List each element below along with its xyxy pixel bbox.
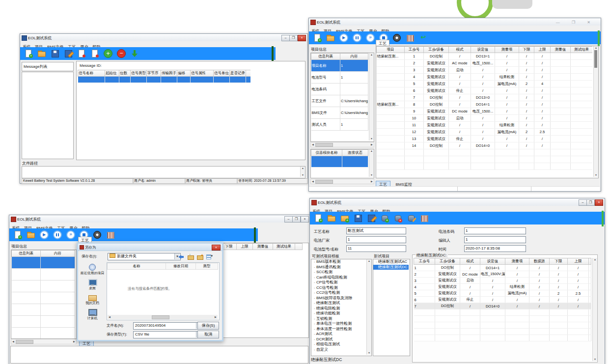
template-item[interactable]: 单体电压一致性检测 <box>311 321 371 327</box>
table-row[interactable]: 6安规测试仪停止//// <box>377 87 593 94</box>
restore-button[interactable]: ❐ <box>292 216 301 223</box>
info-table[interactable]: 信息列表内容项目名称1电池型号1电池条码工艺文件C:\Users\lichang… <box>311 53 368 131</box>
column-header[interactable]: 信号类型 <box>131 70 147 77</box>
undo-icon[interactable] <box>419 33 428 42</box>
column-header[interactable]: 下限 <box>222 244 237 250</box>
template-item[interactable]: CP信号检测 <box>311 280 371 285</box>
module-table[interactable]: 仪器模块名称连接状态 <box>311 149 368 168</box>
column-header[interactable]: 工步/设备 <box>435 258 460 265</box>
open-folder-icon[interactable] <box>37 49 46 58</box>
table-row[interactable]: 3安规测试仪启动///// <box>414 278 591 284</box>
column-header[interactable]: 传输因子 <box>161 70 177 77</box>
template-item[interactable]: BMS故障读取及清除 <box>311 296 371 301</box>
restore-button[interactable]: ❐ <box>289 35 298 41</box>
pause-icon[interactable] <box>353 33 361 42</box>
table-row[interactable]: 测试人员1 <box>311 119 368 131</box>
file-path-textarea[interactable]: ▲▼ <box>22 166 305 178</box>
template-list[interactable]: BMS版本检测BMS通讯检测SCC检测Can终端电阻检测CP信号检测CC信号检测… <box>311 259 372 356</box>
message-list-box[interactable] <box>22 72 74 159</box>
table-row[interactable]: 3安规测试仪启动//// <box>377 67 593 74</box>
column-header[interactable]: 工步号 <box>405 47 424 53</box>
table-row[interactable]: 10安规测试仪启动//// <box>377 115 593 122</box>
table-row[interactable]: 电池型号1 <box>311 72 368 84</box>
horizontal-scrollbar[interactable]: ◀▶ <box>11 339 77 344</box>
table-row[interactable]: 11安规测试仪//结果检测// <box>377 122 593 129</box>
template-item[interactable]: 自定义 <box>311 347 371 353</box>
template-item[interactable]: CC信号检测 <box>311 285 371 291</box>
close-button[interactable]: × <box>595 199 603 206</box>
column-header[interactable]: 信号名称 <box>78 70 105 77</box>
battery-vendor-input[interactable]: 1 <box>346 236 406 243</box>
maximize-button[interactable]: ❐ <box>586 199 595 206</box>
new-project-list[interactable]: 绝缘耐压测试AC绝缘耐压测试DC <box>373 259 410 356</box>
column-header[interactable]: 测试结果 <box>273 244 295 250</box>
folder-add-icon[interactable] <box>340 214 349 223</box>
info-table[interactable]: 信息列表内容 <box>11 250 75 339</box>
editor-input[interactable]: 1 <box>464 236 526 243</box>
filename-input[interactable]: 20200730149504 <box>133 322 202 330</box>
column-header[interactable]: 工步号 <box>414 258 435 265</box>
table-row[interactable]: 4安规测试仪//结果检测// <box>377 74 593 81</box>
vertical-scrollbar[interactable]: ▲▼ <box>366 259 371 355</box>
column-header[interactable]: 项目 <box>377 47 405 53</box>
minimize-button[interactable]: – <box>579 199 587 206</box>
place-desktop[interactable]: 桌面 <box>80 279 105 290</box>
table-row[interactable]: BMS文件C:\Users\lichangjiang\Desktop\ <box>311 107 368 119</box>
fast-forward-icon[interactable] <box>66 230 75 239</box>
table-row[interactable] <box>414 322 591 329</box>
log-textarea[interactable] <box>10 346 308 364</box>
table-row[interactable]: 2安规测试仪DC mode电压_1500V;漏...//// <box>414 271 591 278</box>
column-header[interactable]: 设定值 <box>471 47 495 53</box>
column-header[interactable]: 下限 <box>519 47 534 53</box>
table-row[interactable]: 5安规测试仪//漏电流(mA)24 <box>377 81 593 87</box>
table-row[interactable] <box>12 328 75 339</box>
column-header[interactable]: 信号单位 <box>214 70 230 77</box>
table-row[interactable]: 2安规测试仪AC mode电压_1500.../// <box>377 60 593 67</box>
up-folder-icon[interactable] <box>187 253 194 260</box>
filetype-combobox[interactable]: CSV file <box>133 331 202 338</box>
new-file-icon[interactable] <box>314 214 323 223</box>
table-row[interactable] <box>377 163 593 170</box>
column-header[interactable]: 信号属性 <box>191 70 214 77</box>
table-row[interactable] <box>311 156 368 168</box>
horizontal-scrollbar[interactable]: ◀▶ <box>108 315 218 319</box>
pause-icon[interactable] <box>53 230 62 239</box>
column-header[interactable]: 类型 <box>196 263 218 270</box>
table-row[interactable]: 6安规测试仪停止///// <box>414 297 591 303</box>
table-row[interactable]: 4安规测试仪//结果检测/// <box>414 284 591 290</box>
column-header[interactable]: 工步/设备 <box>424 47 449 53</box>
template-item[interactable]: 绝缘功能检测 <box>311 311 371 316</box>
battery-barcode-input[interactable]: 1 <box>464 227 526 234</box>
table-row[interactable]: 绝缘耐压测...1DO控制/DO13=1/// <box>377 53 593 60</box>
table-row[interactable] <box>377 149 593 156</box>
template-item[interactable]: 模组电压测试 <box>311 342 371 347</box>
template-item[interactable]: CC2信号检测 <box>311 290 371 296</box>
column-header[interactable]: 上限 <box>534 47 551 53</box>
vertical-scrollbar[interactable]: ▲▼ <box>593 46 598 177</box>
close-button[interactable]: × <box>301 216 309 223</box>
signal-table[interactable]: 信号名称起始位位数信号类型字节序传输因子偏移信号属性信号单位是否记录 <box>78 70 250 83</box>
disc-icon[interactable] <box>93 230 102 239</box>
download-icon[interactable] <box>130 49 139 58</box>
column-header[interactable]: 下限 <box>550 258 568 265</box>
column-header[interactable]: 模式 <box>460 258 480 265</box>
column-header[interactable]: 上限 <box>568 258 589 265</box>
window-controls[interactable]: — ❐ ✕ <box>556 20 596 25</box>
column-header[interactable]: 内容 <box>340 54 368 60</box>
barcode-icon[interactable] <box>420 214 429 223</box>
template-item[interactable]: ACR测试 <box>311 332 371 337</box>
column-header[interactable]: 上限 <box>237 244 253 250</box>
steps-table[interactable]: 项目工步号工步/设备模式设定值测量项下限上限测量值测试结果绝缘耐压测...1DO… <box>376 46 592 170</box>
export-icon[interactable] <box>77 49 86 58</box>
column-header[interactable]: 信息列表 <box>12 251 41 257</box>
db-edit-icon[interactable] <box>407 214 416 223</box>
table-row[interactable] <box>78 77 251 83</box>
minimize-button[interactable]: – <box>284 216 293 223</box>
table-row[interactable] <box>377 156 593 163</box>
column-header[interactable]: 信息列表 <box>311 54 340 60</box>
table-row[interactable]: 工艺文件C:\Users\lichangjiang\Desktop\ <box>311 95 368 107</box>
cancel-button[interactable]: 取消 <box>197 331 219 338</box>
column-header[interactable]: 设定值 <box>480 258 505 265</box>
titlebar[interactable]: EOL测试系统 – ❐ × <box>310 198 605 206</box>
barcode-icon[interactable] <box>406 33 415 42</box>
